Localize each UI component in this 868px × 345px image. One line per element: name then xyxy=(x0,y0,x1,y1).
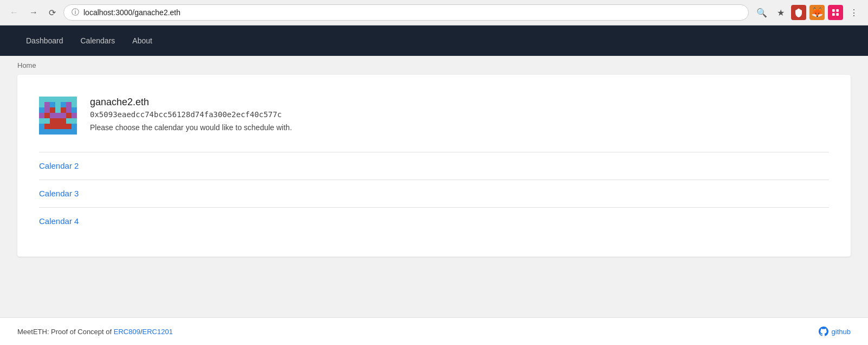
main-card: ganache2.eth 0x5093eaedcc74bcc56128d74fa… xyxy=(17,75,851,257)
browser-chrome: ← → ⟳ ⓘ localhost:3000/ganache2.eth 🔍 ★ … xyxy=(0,0,868,25)
footer-text-before: MeetETH: Proof of Concept of xyxy=(17,328,114,336)
profile-info: ganache2.eth 0x5093eaedcc74bcc56128d74fa… xyxy=(90,97,292,132)
profile-section: ganache2.eth 0x5093eaedcc74bcc56128d74fa… xyxy=(39,97,829,135)
profile-address: 0x5093eaedcc74bcc56128d74fa300e2ecf40c57… xyxy=(90,110,292,119)
svg-rect-22 xyxy=(66,118,72,124)
svg-rect-8 xyxy=(61,102,66,107)
app-footer: MeetETH: Proof of Concept of ERC809/ERC1… xyxy=(0,317,868,345)
breadcrumb: Home xyxy=(0,56,868,75)
extension-metamask[interactable]: 🦊 xyxy=(809,5,825,20)
list-item: Calendar 3 xyxy=(39,180,829,208)
svg-rect-5 xyxy=(44,102,50,107)
reload-button[interactable]: ⟳ xyxy=(46,5,59,20)
extension-ublock[interactable] xyxy=(791,5,806,20)
nav-item-calendars[interactable]: Calendars xyxy=(72,27,124,55)
svg-rect-24 xyxy=(44,124,72,129)
bookmark-button[interactable]: ★ xyxy=(774,5,788,20)
calendar-link-4[interactable]: Calendar 4 xyxy=(39,216,79,226)
svg-rect-14 xyxy=(50,107,55,113)
svg-rect-11 xyxy=(72,107,77,113)
footer-link-erc1201[interactable]: ERC1201 xyxy=(142,328,173,336)
address-bar-url: localhost:3000/ganache2.eth xyxy=(83,8,741,17)
footer-github-link[interactable]: github xyxy=(819,327,851,336)
nav-item-dashboard[interactable]: Dashboard xyxy=(17,27,72,55)
breadcrumb-text: Home xyxy=(17,61,36,69)
info-icon: ⓘ xyxy=(72,8,79,17)
svg-rect-10 xyxy=(39,107,44,113)
app-nav: Dashboard Calendars About xyxy=(0,25,868,56)
svg-rect-12 xyxy=(44,107,50,113)
list-item: Calendar 4 xyxy=(39,208,829,235)
svg-rect-15 xyxy=(61,107,66,113)
svg-rect-9 xyxy=(55,102,61,107)
svg-rect-2 xyxy=(832,13,835,16)
footer-github-label: github xyxy=(832,328,851,336)
url-host: localhost xyxy=(83,8,113,17)
svg-rect-7 xyxy=(50,102,55,107)
github-icon xyxy=(819,327,828,336)
search-button[interactable]: 🔍 xyxy=(753,5,770,20)
url-path: :3000/ganache2.eth xyxy=(113,8,180,17)
svg-rect-19 xyxy=(66,113,72,118)
calendar-link-2[interactable]: Calendar 2 xyxy=(39,161,79,170)
browser-actions: 🔍 ★ 🦊 ⋮ xyxy=(753,5,861,20)
svg-rect-3 xyxy=(836,13,839,16)
svg-rect-1 xyxy=(836,9,839,12)
forward-button[interactable]: → xyxy=(26,5,41,20)
svg-rect-13 xyxy=(66,107,72,113)
profile-name: ganache2.eth xyxy=(90,97,292,108)
menu-button[interactable]: ⋮ xyxy=(846,5,861,20)
back-button[interactable]: ← xyxy=(7,5,22,20)
main-content: ganache2.eth 0x5093eaedcc74bcc56128d74fa… xyxy=(0,75,868,317)
calendar-list: Calendar 2 Calendar 3 Calendar 4 xyxy=(39,152,829,235)
svg-rect-18 xyxy=(44,113,50,118)
svg-rect-6 xyxy=(66,102,72,107)
profile-description: Please choose the calendar you would lik… xyxy=(90,123,292,132)
svg-rect-21 xyxy=(44,118,50,124)
extension-other[interactable] xyxy=(828,5,843,20)
calendar-link-3[interactable]: Calendar 3 xyxy=(39,189,79,198)
svg-rect-20 xyxy=(50,118,66,124)
svg-rect-25 xyxy=(39,129,77,135)
address-bar[interactable]: ⓘ localhost:3000/ganache2.eth xyxy=(63,4,749,21)
list-item: Calendar 2 xyxy=(39,152,829,180)
svg-rect-0 xyxy=(832,9,835,12)
footer-text: MeetETH: Proof of Concept of ERC809/ERC1… xyxy=(17,328,173,336)
footer-link-erc809[interactable]: ERC809 xyxy=(114,328,140,336)
avatar xyxy=(39,97,77,135)
nav-item-about[interactable]: About xyxy=(124,27,161,55)
svg-rect-16 xyxy=(55,107,61,113)
